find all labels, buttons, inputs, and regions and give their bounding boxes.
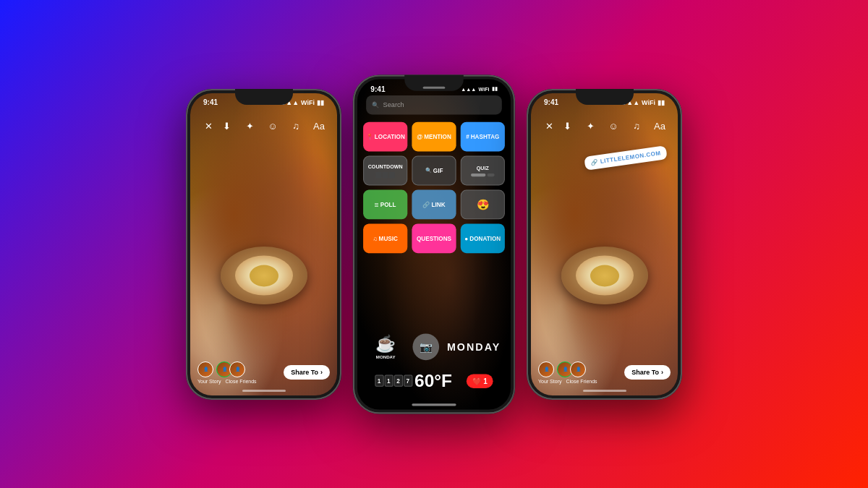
- mute-icon-left[interactable]: ♫: [288, 119, 304, 134]
- share-arrow-left: ›: [320, 369, 323, 376]
- day-text-sticker[interactable]: MONDAY: [447, 341, 501, 352]
- sticker-location[interactable]: 📍 LOCATION: [363, 121, 407, 151]
- temp-tile-4: 7: [404, 374, 412, 386]
- sticker-music[interactable]: ♫ MUSIC: [363, 223, 407, 253]
- temp-tile-1: 1: [375, 374, 383, 386]
- like-badge[interactable]: ❤️ 1: [467, 374, 493, 388]
- sticker-poll[interactable]: ≡ POLL: [363, 189, 407, 219]
- your-story-label-left: Your Story: [197, 379, 221, 384]
- sticker-icon-right[interactable]: ✦: [582, 119, 598, 134]
- avatar-labels-left: Your Story Close Friends: [197, 379, 257, 384]
- sticker-hashtag[interactable]: # HASHTAG: [461, 121, 505, 151]
- sticker-quiz[interactable]: QUIZ: [461, 155, 505, 185]
- poll-label: POLL: [380, 201, 396, 207]
- download-icon-left[interactable]: ⬇: [218, 119, 234, 134]
- avatar-overlap-left[interactable]: 👤: [229, 361, 245, 377]
- sticker-emoji-slider[interactable]: 😍: [461, 189, 505, 219]
- hashtag-icon: #: [466, 133, 469, 140]
- status-time-middle: 9:41: [370, 85, 385, 93]
- avatar-your-story-right[interactable]: 👤: [538, 361, 554, 377]
- mute-icon-right[interactable]: ♫: [629, 119, 644, 134]
- toolbar-left-group-right: ✕: [541, 119, 557, 134]
- story-toolbar-left: ✕ ⬇ ✦ ☺ ♫ Aa: [190, 114, 337, 140]
- status-icons-middle: ▲▲▲ WiFi ▮▮: [461, 85, 498, 91]
- gif-search-icon: 🔍: [425, 167, 432, 173]
- home-indicator-right: [583, 390, 626, 392]
- screen-middle: 9:41 ▲▲▲ WiFi ▮▮ 🔍 Search 📍 LOCATION: [357, 79, 511, 409]
- toolbar-right-group: ⬇ ✦ ☺ ♫ Aa: [218, 119, 327, 134]
- food-center-right: [576, 256, 634, 296]
- countdown-label: COUNTDOWN: [368, 163, 403, 168]
- questions-label: QUESTIONS: [417, 235, 451, 241]
- monday-coffee-sticker[interactable]: ☕ MONDAY: [367, 328, 404, 365]
- food-plate-right: [561, 247, 648, 304]
- share-button-right[interactable]: Share To ›: [624, 365, 671, 380]
- share-arrow-right: ›: [661, 369, 663, 376]
- wifi-icon-right: WiFi: [642, 99, 655, 106]
- avatar-your-story-left[interactable]: 👤: [197, 361, 213, 377]
- share-btn-label-right: Share To: [631, 369, 659, 376]
- text-icon-left[interactable]: Aa: [311, 119, 327, 134]
- link-icon-sticker: 🔗: [590, 158, 599, 166]
- face-icon-right[interactable]: ☺: [605, 119, 621, 134]
- sticker-icon-left[interactable]: ✦: [242, 119, 258, 134]
- search-placeholder: Search: [383, 101, 404, 108]
- story-toolbar-right: ✕ ⬇ ✦ ☺ ♫ Aa: [531, 114, 678, 140]
- temp-display: 1 1 2 7 60°F: [375, 370, 452, 391]
- sticker-countdown[interactable]: COUNTDOWN: [363, 155, 407, 185]
- search-bar[interactable]: 🔍 Search: [366, 95, 502, 114]
- sticker-gif[interactable]: 🔍 GIF: [412, 155, 456, 185]
- sticker-link[interactable]: 🔗 LINK: [412, 189, 456, 219]
- camera-button-middle[interactable]: 📷: [412, 333, 439, 360]
- home-indicator-middle: [412, 403, 456, 406]
- screen-right: 🔗 LITTLELEMON.COM 9:41 ▲▲▲ WiFi ▮▮ ✕ ⬇: [531, 93, 678, 395]
- face-icon-left[interactable]: ☺: [265, 119, 281, 134]
- donation-icon: ●: [464, 235, 468, 241]
- home-indicator-left: [242, 390, 286, 392]
- share-button-left[interactable]: Share To ›: [284, 365, 330, 380]
- close-icon-left[interactable]: ✕: [200, 119, 216, 134]
- text-icon-right[interactable]: Aa: [652, 119, 668, 134]
- poll-icon: ≡: [375, 200, 379, 208]
- emoji-slider-icon: 😍: [477, 198, 489, 210]
- temp-tile-3: 2: [394, 374, 403, 386]
- download-icon-right[interactable]: ⬇: [559, 119, 575, 134]
- story-bottom-right: 👤 👤 👤 Your Story Close Friends Share To …: [531, 361, 678, 384]
- food-plate-left: [221, 247, 307, 304]
- sticker-mention[interactable]: @ MENTION: [412, 121, 456, 151]
- story-bottom-left: 👤 👤 👤 Your Story Close Friends Share To …: [190, 361, 337, 384]
- sticker-donation[interactable]: ● DONATION: [461, 223, 505, 253]
- close-friends-label-left: Close Friends: [225, 379, 256, 384]
- heart-icon-badge: ❤️: [472, 377, 481, 385]
- battery-icon-left: ▮▮: [317, 99, 324, 106]
- wifi-icon-left: WiFi: [301, 99, 315, 106]
- sticker-questions[interactable]: QUESTIONS: [412, 223, 456, 253]
- monday-label: MONDAY: [376, 355, 396, 359]
- battery-icon-middle: ▮▮: [492, 85, 498, 91]
- sticker-grid: 📍 LOCATION @ MENTION # HASHTAG COUNTDOWN: [363, 121, 505, 253]
- phones-container: 9:41 ▲▲▲ WiFi ▮▮ ✕ ⬇ ✦ ☺ ♫ Aa: [186, 78, 682, 411]
- notch-right: [576, 89, 634, 105]
- bottom-avatars-right: 👤 👤 👤 Your Story Close Friends: [538, 361, 597, 384]
- temp-tile-2: 1: [384, 374, 393, 386]
- like-count: 1: [483, 377, 488, 385]
- battery-icon-right: ▮▮: [658, 99, 665, 106]
- camera-icon-middle: 📷: [420, 341, 432, 352]
- bottom-avatars-left: 👤 👤 👤 Your Story Close Friends: [197, 361, 257, 384]
- toolbar-right-group-right: ⬇ ✦ ☺ ♫ Aa: [559, 119, 668, 134]
- avatar-group-right: 👤 👤 👤: [538, 361, 586, 377]
- avatar-labels-right: Your Story Close Friends: [538, 379, 597, 384]
- notch-left: [235, 89, 293, 105]
- screen-left: 9:41 ▲▲▲ WiFi ▮▮ ✕ ⬇ ✦ ☺ ♫ Aa: [190, 93, 337, 395]
- wifi-icon-middle: WiFi: [478, 86, 489, 91]
- signal-icon-middle: ▲▲▲: [461, 86, 476, 91]
- phone-right: 🔗 LITTLELEMON.COM 9:41 ▲▲▲ WiFi ▮▮ ✕ ⬇: [527, 89, 682, 400]
- gif-label: GIF: [433, 167, 443, 174]
- phone-left: 9:41 ▲▲▲ WiFi ▮▮ ✕ ⬇ ✦ ☺ ♫ Aa: [186, 89, 341, 400]
- avatar-overlap-right[interactable]: 👤: [570, 361, 586, 377]
- close-icon-right[interactable]: ✕: [541, 119, 557, 134]
- donation-label: DONATION: [469, 235, 501, 241]
- drag-handle: [423, 86, 446, 88]
- mention-icon: @: [417, 133, 422, 140]
- location-label: LOCATION: [375, 133, 405, 140]
